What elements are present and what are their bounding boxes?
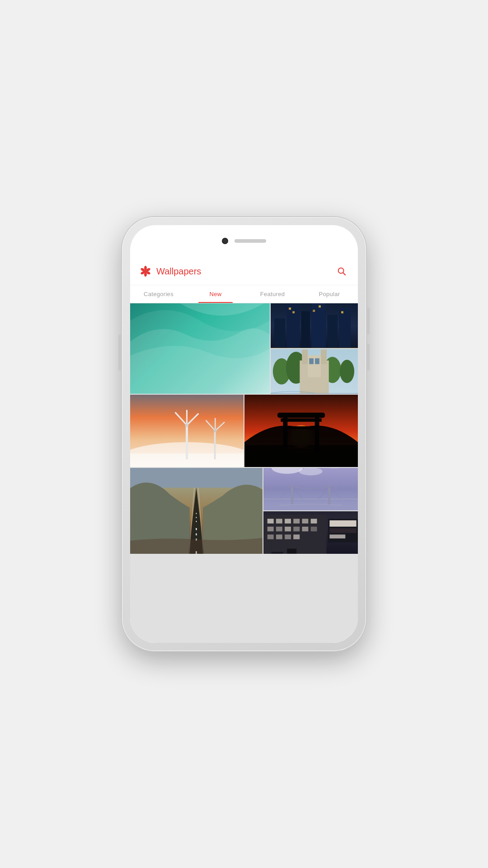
svg-rect-80: [276, 519, 282, 523]
wallpaper-purple-bridge[interactable]: [263, 468, 358, 510]
wallpaper-torii-gate[interactable]: [244, 395, 358, 467]
svg-rect-72: [328, 485, 330, 505]
svg-rect-92: [276, 534, 282, 539]
svg-point-6: [144, 270, 147, 273]
wallpaper-ocean-wave[interactable]: [130, 303, 270, 394]
svg-rect-91: [267, 534, 274, 539]
svg-rect-34: [315, 359, 319, 364]
svg-rect-12: [286, 304, 300, 348]
svg-rect-15: [327, 315, 338, 348]
phone-frame: Wallpapers Categories New Featured Popul…: [122, 217, 366, 651]
svg-line-8: [343, 273, 345, 275]
svg-rect-20: [319, 305, 321, 307]
svg-rect-71: [291, 485, 293, 505]
wallpaper-wind-turbines[interactable]: [130, 395, 244, 467]
front-camera: [222, 238, 228, 244]
grid-row-3: [130, 468, 358, 554]
svg-rect-100: [271, 552, 283, 554]
tab-featured[interactable]: Featured: [244, 285, 301, 303]
volume-button: [367, 344, 370, 371]
svg-rect-33: [309, 359, 314, 364]
tab-new[interactable]: New: [187, 285, 244, 303]
svg-point-48: [214, 429, 216, 432]
svg-rect-39: [186, 425, 188, 459]
svg-rect-13: [301, 311, 310, 348]
svg-rect-93: [285, 534, 291, 539]
svg-rect-85: [267, 527, 274, 531]
grid-right-stack-3: [263, 468, 358, 554]
power-button: [367, 307, 370, 335]
wallpaper-grid: [130, 303, 358, 643]
tabs-bar: Categories New Featured Popular: [130, 285, 358, 303]
svg-rect-90: [310, 527, 317, 531]
svg-rect-86: [276, 527, 282, 531]
volume-left-button: [118, 335, 121, 371]
svg-rect-31: [321, 349, 327, 364]
app-title: Wallpapers: [156, 266, 334, 277]
svg-rect-94: [293, 534, 300, 539]
grid-row-1: [130, 303, 358, 394]
svg-rect-98: [329, 534, 345, 538]
svg-rect-97: [329, 528, 356, 533]
svg-point-28: [340, 360, 354, 383]
earpiece-speaker: [235, 239, 266, 243]
tab-categories[interactable]: Categories: [130, 285, 187, 303]
svg-rect-22: [341, 311, 343, 313]
svg-point-43: [185, 424, 189, 427]
svg-rect-84: [310, 519, 317, 523]
svg-rect-81: [285, 519, 291, 523]
svg-rect-87: [285, 527, 291, 531]
svg-rect-11: [274, 318, 285, 348]
svg-rect-17: [289, 307, 291, 310]
svg-rect-44: [214, 431, 216, 459]
grid-row-2: [130, 395, 358, 467]
svg-rect-18: [292, 311, 295, 313]
wallpaper-castle[interactable]: [271, 349, 358, 394]
app-logo-icon: [139, 265, 152, 278]
phone-top-bar: [222, 238, 266, 244]
svg-rect-23: [271, 348, 358, 348]
svg-rect-30: [302, 349, 308, 364]
svg-rect-83: [302, 519, 308, 523]
svg-rect-89: [302, 527, 308, 531]
svg-rect-88: [293, 527, 300, 531]
svg-rect-21: [313, 310, 315, 312]
app-header: Wallpapers: [130, 258, 358, 285]
tab-popular[interactable]: Popular: [301, 285, 358, 303]
app-screen: Wallpapers Categories New Featured Popul…: [130, 258, 358, 643]
svg-rect-79: [267, 519, 274, 523]
search-button[interactable]: [334, 264, 349, 278]
wallpaper-city-night[interactable]: [271, 303, 358, 348]
svg-rect-96: [329, 520, 356, 527]
svg-rect-16: [339, 307, 351, 348]
svg-rect-82: [293, 519, 300, 523]
grid-right-stack-1: [271, 303, 358, 394]
wallpaper-mountain-road[interactable]: [130, 468, 263, 554]
svg-rect-101: [287, 549, 296, 554]
svg-rect-58: [277, 413, 325, 418]
phone-screen: Wallpapers Categories New Featured Popul…: [130, 225, 358, 643]
svg-rect-59: [281, 418, 321, 422]
wallpaper-urban-buildings[interactable]: [263, 511, 358, 554]
